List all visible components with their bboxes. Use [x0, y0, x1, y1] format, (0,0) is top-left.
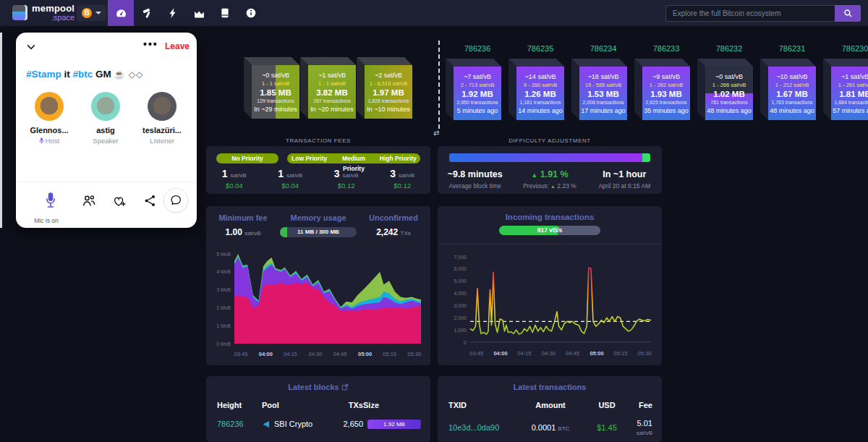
nav-about[interactable] [238, 0, 264, 26]
mempool-block[interactable]: ~2 sat/vB1 - 8,515 sat/vB1.97 MB1,826 tr… [365, 65, 412, 119]
like-button[interactable] [112, 194, 127, 211]
block-height-link[interactable]: 786235 [516, 44, 564, 53]
pool-cell[interactable]: SBI Crypto [262, 420, 326, 428]
svg-text:03:45: 03:45 [469, 350, 483, 357]
participant[interactable]: astigSpeaker [84, 92, 127, 145]
mined-block[interactable]: ~7 sat/vB2 - 713 sat/vB1.92 MB2,650 tran… [454, 67, 501, 120]
fee-rate: 1 sat/vB [263, 168, 319, 179]
mined-block[interactable]: ~18 sat/vB15 - 585 sat/vB1.53 MB2,008 tr… [579, 67, 627, 120]
svg-text:04:30: 04:30 [542, 350, 556, 357]
hashtag-btc[interactable]: #btc [73, 69, 93, 80]
memory-usage-value: 11 MB / 300 MB [280, 227, 357, 237]
chain-tip-divider [438, 41, 440, 129]
collapse-chevron-icon[interactable] [25, 41, 38, 56]
latest-transactions-header: TXIDAmountUSDFee [448, 401, 652, 409]
more-options-icon[interactable]: ••• [143, 38, 158, 50]
table-row[interactable]: 10e3d...0da900.0001 BTC$1.455.01 sat/vB [448, 419, 652, 436]
logo-line2: .space [32, 14, 75, 22]
difficulty-change-value: ▲ 1.91 % [512, 169, 587, 179]
block-median-fee: ~9 sat/vB [652, 73, 680, 80]
mined-block[interactable]: ~0 sat/vB1 - 266 sat/vB1.02 MB781 transa… [705, 67, 753, 120]
host-mic-icon [39, 137, 44, 144]
column-header: Height [217, 401, 262, 409]
participant[interactable]: Glennos...Host [27, 92, 71, 145]
share-button[interactable] [143, 194, 157, 211]
block-height-link[interactable]: 786236 [217, 420, 262, 428]
svg-text:04:45: 04:45 [333, 351, 347, 357]
block-median-fee: ~0 sat/vB [715, 73, 743, 80]
block-height-link[interactable]: 786236 [454, 44, 501, 53]
svg-text:3,000: 3,000 [454, 303, 467, 308]
hashtag-stamp[interactable]: #Stamp [26, 69, 61, 80]
microphone-button[interactable] [42, 191, 59, 213]
fee-pill-label: High Priority [376, 153, 420, 163]
column-header: Size [363, 401, 421, 409]
column-header: TXs [326, 401, 363, 409]
latest-blocks-panel: Latest blocks HeightPoolTXsSize 786236SB… [206, 376, 430, 442]
fee-rate: 3 sat/vB [375, 168, 431, 179]
leave-button[interactable]: Leave [165, 41, 190, 51]
search-input[interactable] [665, 5, 835, 22]
block-height-link[interactable]: 786234 [579, 44, 627, 53]
incoming-rate-series [470, 268, 651, 334]
fee-pill-label: Low Priority [287, 153, 331, 163]
chat-bubble-icon [169, 194, 182, 207]
avatar[interactable] [148, 92, 176, 121]
svg-text:1,000: 1,000 [454, 328, 467, 333]
participant[interactable]: teslazüri...Listener [140, 92, 184, 145]
memory-usage-bar: 11 MB / 300 MB [280, 227, 357, 237]
latest-transactions-title[interactable]: Latest transactions [438, 383, 662, 391]
svg-text:05:15: 05:15 [383, 351, 396, 357]
table-row[interactable]: 786236SBI Crypto2,6501.92 MB [217, 419, 421, 429]
mempool-block[interactable]: ~0 sat/vB1 - 1 sat/vB1.85 MB129 transact… [252, 65, 299, 119]
participant-role: Speaker [84, 137, 127, 145]
fee-pill-label: Medium Priority [331, 153, 375, 163]
block-height-link[interactable]: 786231 [768, 44, 816, 53]
mined-block[interactable]: ~10 sat/vB1 - 212 sat/vB1.67 MB1,783 tra… [768, 67, 816, 120]
currency-selector[interactable]: B [77, 5, 106, 21]
block-median-fee: ~7 sat/vB [464, 73, 491, 80]
space-footer: Mic is on [16, 182, 197, 228]
mined-block[interactable]: ~14 sat/vB9 - 280 sat/vB1.26 MB1,181 tra… [516, 67, 564, 120]
latest-blocks-title[interactable]: Latest blocks [206, 383, 430, 391]
txid-link[interactable]: 10e3d...0da90 [448, 423, 515, 432]
people-icon [81, 194, 96, 208]
tx-fee: 5.01 sat/vB [628, 419, 652, 436]
mined-block[interactable]: ~9 sat/vB1 - 262 sat/vB1.93 MB2,825 tran… [642, 67, 690, 120]
block-median-fee: ~1 sat/vB [318, 72, 346, 79]
block-height-link[interactable]: 786232 [705, 44, 753, 53]
block-size: 1.53 MB [587, 90, 618, 98]
nav-dashboard[interactable] [108, 0, 134, 26]
mempool-block[interactable]: ~1 sat/vB1 - 1 sat/vB3.82 MB287 transact… [308, 65, 356, 119]
avatar[interactable] [35, 92, 64, 121]
mempool-dashboard: mempool .space B [0, 0, 868, 442]
block-fee-range: 1 - 1 sat/vB [262, 80, 289, 87]
mempool-logo[interactable]: mempool .space [12, 4, 75, 22]
audio-space-overlay: ••• Leave #Stamp it #btc GM ☕ ◇◇ Glennos… [16, 33, 197, 228]
avatar[interactable] [91, 92, 120, 121]
incoming-rate-value: 917 vB/s [499, 226, 600, 235]
book-icon [219, 7, 231, 19]
nav-docs[interactable] [212, 0, 238, 26]
nav-lightning[interactable] [160, 0, 186, 26]
participant-name: astig [84, 126, 127, 135]
nav-mining[interactable] [134, 0, 160, 26]
block-fee-range: 1 - 261 sat/vB [838, 82, 868, 88]
svg-text:0: 0 [464, 340, 467, 345]
participants-button[interactable] [81, 194, 96, 211]
chat-button[interactable] [163, 188, 188, 213]
nav-charts[interactable] [186, 0, 212, 26]
incoming-transactions-chart: 7,0006,0005,0004,0003,0002,0001,000003:4… [441, 248, 658, 362]
mined-block[interactable]: ~1 sat/vB1 - 261 sat/vB1.81 MB1,884 tran… [831, 67, 868, 120]
block-eta: In ~10 minutes [367, 106, 409, 113]
search-button[interactable] [835, 5, 861, 22]
block-top-face [509, 59, 564, 67]
participants-row: Glennos...HostastigSpeakerteslazüri...Li… [27, 92, 184, 145]
block-height-link[interactable]: 786230 [831, 44, 868, 53]
search-bar [665, 5, 861, 22]
block-size: 1.92 MB [461, 90, 493, 98]
block-height-link[interactable]: 786233 [642, 44, 690, 53]
block-left-face [509, 59, 516, 120]
fees-panel-title: Transaction fees [206, 137, 430, 144]
chevron-down-icon [95, 12, 101, 14]
